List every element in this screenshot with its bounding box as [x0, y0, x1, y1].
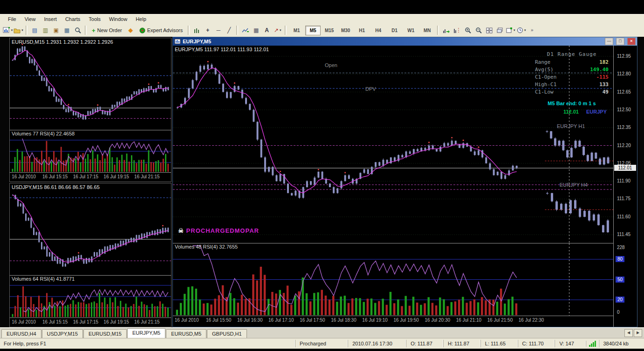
- time-axis-label: 16 Jul 18:30: [331, 317, 356, 323]
- status-bandwidth: 3840/24 kb: [599, 340, 644, 347]
- bar-chart-mode-button[interactable]: [192, 26, 202, 35]
- gauge-row-label: High-C1: [535, 81, 556, 88]
- chart-shift-button[interactable]: [452, 26, 462, 35]
- menu-item-tools[interactable]: Tools: [84, 15, 105, 23]
- usdjpy-m15-price-pane[interactable]: USDJPY,M15 86.61 86.66 86.57 86.65: [10, 183, 171, 275]
- timeframe-button-m1[interactable]: M1: [289, 26, 304, 35]
- zoom-out-icon: [475, 27, 482, 34]
- trendline-button[interactable]: ╱: [224, 26, 234, 35]
- indicators-button[interactable]: [240, 26, 251, 35]
- timeframe-button-w1[interactable]: W1: [403, 26, 418, 35]
- period-clock-button[interactable]: ▾: [516, 26, 527, 35]
- time-axis-label: 16 Jul 19:15: [103, 174, 129, 179]
- indicator-level-label: 80: [616, 256, 624, 262]
- chart-tab-eurusd-m5[interactable]: EURUSD,M5: [166, 329, 206, 338]
- tab-scroll-right-button[interactable]: ▶: [634, 329, 642, 337]
- status-help-text: For Help, press F1: [0, 340, 295, 347]
- close-button[interactable]: ×: [627, 38, 636, 45]
- expert-advisors-label: Expert Advisors: [147, 27, 183, 33]
- bar-chart-icon: [194, 27, 200, 34]
- strategy-tester-button[interactable]: [72, 26, 83, 35]
- chart-canvas[interactable]: [10, 276, 171, 317]
- time-axis-label: 16 Jul 21:15: [134, 319, 160, 324]
- toolbar-overflow-button[interactable]: »: [527, 26, 537, 35]
- chart-tab-eurusd-m15[interactable]: EURUSD,M15: [83, 329, 127, 338]
- tab-scroll-left-button[interactable]: ◀: [624, 329, 633, 337]
- terminal-button[interactable]: ▦: [62, 26, 72, 35]
- zoom-out-button[interactable]: [473, 26, 484, 35]
- eurusd-m15-time-axis: 16 Jul 201016 Jul 15:1516 Jul 17:1516 Ju…: [10, 172, 171, 182]
- timeframe-button-h1[interactable]: H1: [354, 26, 370, 35]
- eurjpy-m5-indicator-pane[interactable]: Volumes 48 RSI(4) 32.7655: [173, 243, 613, 316]
- menu-item-insert[interactable]: Insert: [40, 15, 61, 23]
- auto-scroll-button[interactable]: [441, 26, 452, 35]
- usdjpy-m15-chart-window[interactable]: USDJPY,M15 86.61 86.66 86.57 86.65 Volum…: [9, 183, 171, 327]
- market-watch-button[interactable]: ▤: [29, 26, 40, 35]
- crosshair-button[interactable]: +: [202, 26, 213, 35]
- navigator-icon: ▣: [54, 27, 59, 33]
- quote-symbol: EURJPY: [586, 109, 607, 115]
- eurjpy-m5-price-pane[interactable]: EURJPY,M5 111.97 112.01 111.93 112.01 D1…: [173, 46, 613, 243]
- data-window-button[interactable]: ▥: [40, 26, 51, 35]
- time-axis-label: 16 Jul 17:10: [268, 317, 294, 323]
- metaeditor-button[interactable]: ◆: [125, 26, 136, 35]
- profiles-button[interactable]: ▾: [13, 26, 24, 35]
- timeframe-button-m30[interactable]: M30: [338, 26, 353, 35]
- time-axis-label: 16 Jul 17:15: [73, 319, 99, 324]
- navigator-button[interactable]: ▣: [51, 26, 62, 35]
- time-axis-label: 16 Jul 17:50: [300, 317, 325, 323]
- tile-windows-button[interactable]: [484, 26, 494, 35]
- chart-canvas[interactable]: [10, 130, 171, 172]
- chart-tab-usdjpy-m15[interactable]: USDJPY,M15: [42, 329, 83, 338]
- timeframe-button-d1[interactable]: D1: [387, 26, 402, 35]
- eurjpy-m5-time-axis: 16 Jul 201016 Jul 15:5016 Jul 16:3016 Ju…: [173, 316, 613, 327]
- new-window-button[interactable]: ▾: [505, 26, 516, 35]
- timeframe-button-mn[interactable]: MN: [419, 26, 435, 35]
- eurusd-m15-price-pane[interactable]: EURUSD,M15 1.2931 1.2932 1.2922 1.2926: [10, 38, 171, 130]
- chart-canvas[interactable]: [10, 38, 171, 130]
- gauge-row-value: 133: [599, 81, 609, 88]
- tile-windows-icon: [486, 27, 493, 34]
- data-window-icon: ▥: [43, 27, 48, 33]
- text-label-button[interactable]: A: [261, 26, 272, 35]
- chart-canvas[interactable]: [10, 183, 171, 275]
- toolbar-separator: [285, 26, 287, 35]
- chart-window-titlebar[interactable]: EURJPY,M5 — □ ×: [173, 37, 637, 46]
- eurusd-m15-indicator-pane[interactable]: Volumes 77 RSI(4) 22.4658: [10, 130, 171, 172]
- chevron-down-icon: ▾: [514, 28, 515, 32]
- d1-range-gauge-panel: D1 Range Gauge Range182Avg(5)149.40C1-Op…: [535, 51, 609, 96]
- minimize-button[interactable]: —: [605, 38, 613, 45]
- price-scale-label: 112.95: [617, 54, 631, 59]
- horizontal-line-button[interactable]: ─: [213, 26, 224, 35]
- menu-item-help[interactable]: Help: [131, 15, 151, 23]
- price-scale[interactable]: 112.95112.80112.65112.50112.35112.20112.…: [613, 46, 637, 327]
- restore-button[interactable]: □: [616, 38, 624, 45]
- timeframe-button-m15[interactable]: M15: [322, 26, 337, 35]
- new-order-button[interactable]: + New Order: [89, 26, 125, 35]
- menu-item-window[interactable]: Window: [105, 15, 131, 23]
- timeframe-button-m5[interactable]: M5: [305, 26, 321, 35]
- zoom-in-button[interactable]: [462, 26, 473, 35]
- cascade-windows-button[interactable]: [494, 26, 505, 35]
- time-axis-label: 16 Jul 17:15: [73, 174, 99, 179]
- chart-canvas[interactable]: [173, 243, 613, 316]
- gauge-row-label: Avg(5): [535, 66, 554, 74]
- chart-tab-eurusd-h4[interactable]: EURUSD,H4: [1, 329, 41, 338]
- bar-countdown-label: M5 Bar end: 0 m 1 s: [535, 101, 609, 106]
- menu-item-file[interactable]: File: [4, 15, 21, 23]
- chart-tab-eurjpy-m5[interactable]: EURJPY,M5: [127, 328, 165, 338]
- eurusd-m15-chart-window[interactable]: EURUSD,M15 1.2931 1.2932 1.2922 1.2926 V…: [9, 38, 171, 182]
- new-chart-button[interactable]: ▾: [2, 26, 13, 35]
- usdjpy-m15-indicator-pane[interactable]: Volumes 64 RSI(4) 41.8771: [10, 275, 171, 317]
- arrows-button[interactable]: ↗▾: [272, 26, 283, 35]
- grid-button[interactable]: ▦: [251, 26, 261, 35]
- eurjpy-m5-chart-window[interactable]: EURJPY,M5 — □ × EURJPY,M5 111.97 112.01 …: [172, 37, 637, 327]
- chart-tab-gbpusd-h1[interactable]: GBPUSD,H1: [207, 329, 247, 338]
- expert-advisors-button[interactable]: Expert Advisors: [136, 26, 186, 35]
- timeframe-button-h4[interactable]: H4: [370, 26, 386, 35]
- tab-scroll-arrows: ◀ ▶: [624, 329, 642, 337]
- toolbar: ▾ ▾ ▤ ▥ ▣ ▦ + New Order ◆ Expert Advisor…: [0, 24, 644, 37]
- menu-item-view[interactable]: View: [21, 15, 40, 23]
- menu-item-charts[interactable]: Charts: [61, 15, 84, 23]
- price-scale-label: 111.45: [617, 232, 630, 237]
